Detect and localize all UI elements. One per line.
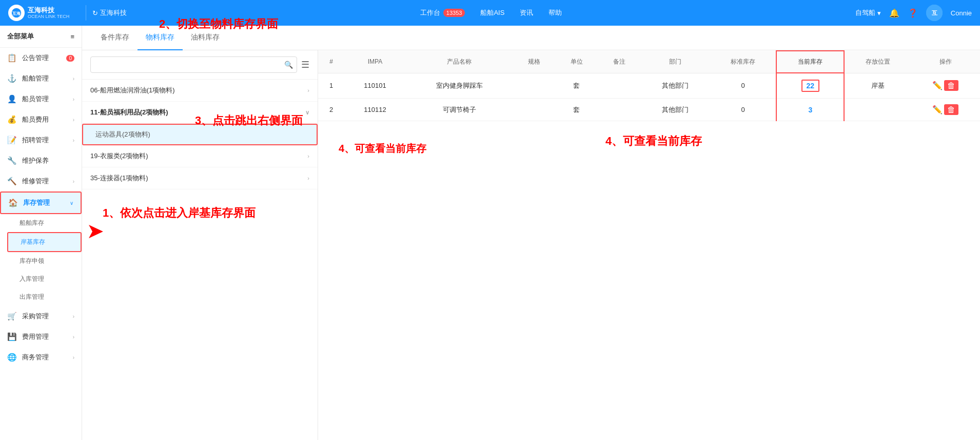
- sidebar-item-announcement[interactable]: 📋 公告管理 0: [0, 48, 82, 68]
- crew-label: 船员管理: [22, 94, 68, 104]
- inventory-icon: 🏠: [8, 198, 18, 207]
- cell-action-1: ✏️ 🗑: [911, 73, 980, 99]
- stock-req-label: 库存申领: [19, 257, 44, 265]
- business-arrow: ›: [73, 355, 74, 360]
- inventory-table: # IMPA 产品名称 规格 单位 备注 部门 标准库存 当前库存 存放位置: [318, 50, 980, 121]
- sidebar-item-purchase[interactable]: 🛒 采购管理 ›: [0, 306, 82, 327]
- sidebar-sub-inbound[interactable]: 入库管理: [7, 270, 82, 288]
- sidebar-title: 全部菜单: [7, 32, 34, 41]
- right-panel: # IMPA 产品名称 规格 单位 备注 部门 标准库存 当前库存 存放位置: [318, 50, 980, 440]
- sidebar-item-crew-fee[interactable]: 💰 船员费用 ›: [0, 109, 82, 130]
- help-link[interactable]: 帮助: [548, 8, 562, 17]
- business-icon: 🌐: [7, 353, 17, 362]
- tab-materials[interactable]: 物料库存: [138, 26, 183, 50]
- cell-product-1: 室内健身脚踩车: [406, 73, 513, 99]
- tab-parts[interactable]: 备件库存: [92, 26, 138, 50]
- cell-product-2: 可调节椅子: [406, 99, 513, 121]
- news-link[interactable]: 资讯: [520, 8, 533, 17]
- sidebar-item-recruit[interactable]: 📝 招聘管理 ›: [0, 130, 82, 150]
- sidebar-item-inventory[interactable]: 🏠 库存管理 ∨: [0, 192, 82, 214]
- col-unit: 单位: [555, 51, 598, 73]
- question-icon[interactable]: ❓: [908, 8, 918, 18]
- category-arrow-4: ›: [307, 175, 309, 181]
- category-item-3[interactable]: 19-衣服类(2项物料) ›: [82, 145, 318, 167]
- purchase-label: 采购管理: [22, 312, 68, 321]
- category-label-4: 35-连接器(1项物料): [90, 174, 148, 183]
- crew-fee-arrow: ›: [73, 117, 74, 123]
- sidebar-collapse-icon[interactable]: ≡: [70, 33, 74, 41]
- repair-arrow: ›: [73, 179, 74, 184]
- purchase-icon: 🛒: [7, 312, 17, 321]
- crew-fee-label: 船员费用: [22, 115, 68, 124]
- search-icon[interactable]: 🔍: [284, 61, 293, 69]
- announcement-label: 公告管理: [22, 53, 61, 63]
- sidebar-item-repair[interactable]: 🔨 维修管理 ›: [0, 171, 82, 192]
- category-label-1: 06-船用燃油润滑油(1项物料): [90, 86, 175, 95]
- category-item-4[interactable]: 35-连接器(1项物料) ›: [82, 167, 318, 189]
- col-cur-stock: 当前库存: [776, 51, 844, 73]
- tab-parts-label: 备件库存: [101, 33, 129, 41]
- inventory-arrow: ∨: [70, 200, 73, 206]
- col-location: 存放位置: [844, 51, 911, 73]
- category-arrow-3: ›: [307, 153, 309, 159]
- category-item-1[interactable]: 06-船用燃油润滑油(1项物料) ›: [82, 80, 318, 102]
- sidebar-item-finance[interactable]: 💾 费用管理 ›: [0, 327, 82, 347]
- search-wrap: 🔍: [90, 56, 297, 73]
- inventory-label: 库存管理: [23, 198, 65, 207]
- workbench-badge: 13353: [443, 9, 465, 17]
- search-input[interactable]: [90, 56, 297, 73]
- recruit-label: 招聘管理: [22, 136, 68, 145]
- delete-btn-1[interactable]: 🗑: [944, 80, 958, 91]
- sidebar-sub-outbound[interactable]: 出库管理: [7, 288, 82, 306]
- tab-materials-label: 物料库存: [146, 33, 174, 41]
- nav-divider: [86, 5, 86, 21]
- left-panel: 🔍 ☰ 06-船用燃油润滑油(1项物料) › 11-船员福利用品(2项物料) ∨: [82, 50, 318, 440]
- finance-label: 费用管理: [22, 332, 68, 341]
- delete-btn-2[interactable]: 🗑: [944, 104, 958, 115]
- category-sub-item-1[interactable]: 运动器具(2项物料): [82, 124, 318, 145]
- category-expand-2: ∨: [305, 109, 309, 116]
- main-layout: 全部菜单 ≡ 📋 公告管理 0 ⚓ 船舶管理 › 👤 船员管理 › 💰 船员费用…: [0, 26, 980, 440]
- cell-cur-stock-2: 3: [776, 99, 844, 121]
- cell-location-2: [844, 99, 911, 121]
- edit-btn-1[interactable]: ✏️: [932, 81, 943, 90]
- logo[interactable]: 互海 互海科技 OCEAN LINK TECH: [8, 5, 69, 21]
- self-ship-btn[interactable]: 自驾船 ▾: [855, 8, 881, 17]
- topnav-center: 工作台 13353 船舶AIS 资讯 帮助: [127, 8, 855, 17]
- tab-bar: 备件库存 物料库存 油料库存: [82, 26, 980, 50]
- sidebar-header: 全部菜单 ≡: [0, 26, 82, 48]
- sidebar-sub-ship-inventory[interactable]: 船舶库存: [7, 214, 82, 232]
- sidebar-item-crew[interactable]: 👤 船员管理 ›: [0, 89, 82, 109]
- sidebar: 全部菜单 ≡ 📋 公告管理 0 ⚓ 船舶管理 › 👤 船员管理 › 💰 船员费用…: [0, 26, 82, 440]
- maintain-label: 维护保养: [22, 156, 74, 165]
- workbench-link[interactable]: 工作台 13353: [420, 8, 465, 17]
- sub-item-label-1: 运动器具(2项物料): [95, 130, 150, 139]
- sidebar-item-business[interactable]: 🌐 商务管理 ›: [0, 347, 82, 368]
- purchase-arrow: ›: [73, 314, 74, 319]
- col-no: #: [318, 51, 344, 73]
- repair-label: 维修管理: [22, 177, 68, 186]
- sidebar-sub-shore-inventory[interactable]: 岸基库存: [7, 232, 82, 252]
- edit-btn-2[interactable]: ✏️: [932, 105, 943, 114]
- svg-text:互海: 互海: [12, 11, 21, 16]
- username: Connie: [951, 9, 972, 17]
- sidebar-sub-stock-req[interactable]: 库存申领: [7, 252, 82, 270]
- category-item-2[interactable]: 11-船员福利用品(2项物料) ∨: [82, 102, 318, 124]
- notification-icon[interactable]: 🔔: [889, 8, 899, 18]
- avatar[interactable]: 互: [926, 5, 943, 21]
- crew-arrow: ›: [73, 97, 74, 102]
- announcement-icon: 📋: [7, 53, 17, 63]
- site-label: 互海科技: [100, 8, 127, 17]
- main-content: 备件库存 物料库存 油料库存 🔍 ☰: [82, 26, 980, 440]
- tab-oil[interactable]: 油料库存: [183, 26, 228, 50]
- self-ship-dropdown-icon: ▾: [877, 9, 881, 17]
- cell-no-2: 2: [318, 99, 344, 121]
- filter-icon[interactable]: ☰: [301, 59, 309, 70]
- sidebar-item-maintain[interactable]: 🔧 维护保养: [0, 150, 82, 171]
- sidebar-item-ship[interactable]: ⚓ 船舶管理 ›: [0, 68, 82, 89]
- cell-location-1: 岸基: [844, 73, 911, 99]
- topnav-right: 自驾船 ▾ 🔔 ❓ 互 Connie: [855, 5, 972, 21]
- site-selector[interactable]: ↻ 互海科技: [92, 8, 127, 17]
- ship-ais-link[interactable]: 船舶AIS: [480, 8, 504, 17]
- outbound-label: 出库管理: [19, 293, 44, 301]
